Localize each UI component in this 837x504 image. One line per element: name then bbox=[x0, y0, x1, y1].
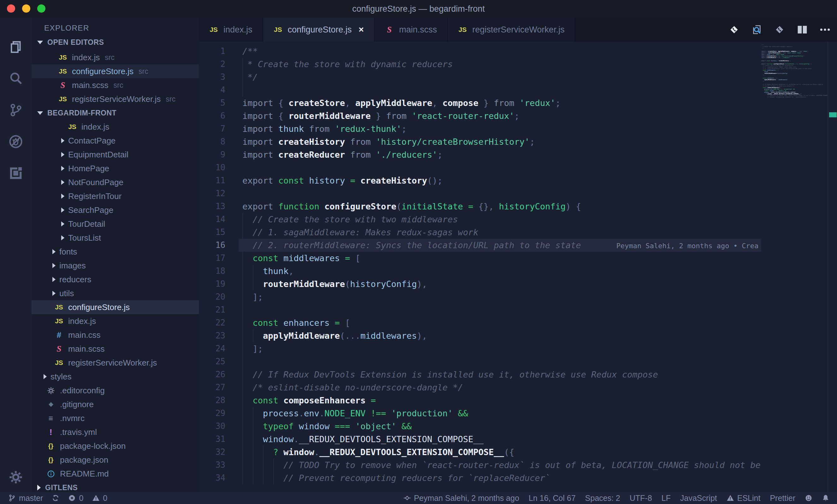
status-feedback[interactable] bbox=[805, 494, 813, 502]
folder-SearchPage[interactable]: SearchPage bbox=[32, 203, 199, 217]
tree-item-.gitignore[interactable]: .gitignore bbox=[32, 397, 199, 411]
tree-item-index.js[interactable]: JSindex.js bbox=[32, 120, 199, 134]
code-line[interactable]: // If Redux DevTools Extension is instal… bbox=[238, 368, 761, 381]
code-line[interactable]: import createHistory from 'history/creat… bbox=[238, 135, 761, 148]
activity-item-explorer[interactable] bbox=[0, 36, 32, 58]
code-line[interactable]: import thunk from 'redux-thunk'; bbox=[238, 123, 761, 135]
code-line[interactable]: typeof window === 'object' && bbox=[238, 420, 761, 433]
code-line[interactable]: // Prevent recomputing reducers for `rep… bbox=[238, 471, 761, 484]
code-line[interactable] bbox=[238, 161, 761, 174]
tree-item-.editorconfig[interactable]: .editorconfig bbox=[32, 384, 199, 397]
scrollbar-overview-ruler[interactable] bbox=[827, 42, 837, 492]
tree-item-index.js[interactable]: JSindex.js bbox=[32, 314, 199, 328]
tree-item-.travis.yml[interactable]: !.travis.yml bbox=[32, 425, 199, 439]
code-line[interactable]: /* eslint-disable no-underscore-dangle *… bbox=[238, 381, 761, 394]
folder-images[interactable]: images bbox=[32, 259, 199, 273]
activity-item-source-control[interactable] bbox=[0, 99, 32, 121]
code-line[interactable]: process.env.NODE_ENV !== 'production' && bbox=[238, 407, 761, 420]
code-line[interactable]: // Create the store with two middlewares bbox=[238, 213, 761, 226]
code-line[interactable] bbox=[238, 303, 761, 316]
tree-item-.nvmrc[interactable]: ≡.nvmrc bbox=[32, 411, 199, 425]
status-prettier[interactable]: Prettier bbox=[770, 493, 795, 503]
open-editor-index.js[interactable]: JSindex.jssrc bbox=[32, 51, 199, 64]
code-line[interactable]: /** bbox=[238, 45, 761, 58]
code-line[interactable]: window.__REDUX_DEVTOOLS_EXTENSION_COMPOS… bbox=[238, 433, 761, 446]
code-line[interactable]: // 1. sagaMiddleware: Makes redux-sagas … bbox=[238, 226, 761, 239]
status-warnings[interactable]: 0 bbox=[92, 493, 107, 503]
folder-ContactPage[interactable]: ContactPage bbox=[32, 134, 199, 148]
code-lines[interactable]: /** * Create the store with dynamic redu… bbox=[238, 45, 761, 484]
code-line[interactable] bbox=[238, 355, 761, 368]
gitlens-file-blame-icon[interactable] bbox=[728, 24, 740, 35]
section-gitlens[interactable]: GITLENS bbox=[32, 481, 199, 492]
open-editor-registerServiceWorker.js[interactable]: JSregisterServiceWorker.jssrc bbox=[32, 92, 199, 106]
code-line[interactable]: routerMiddleware(historyConfig), bbox=[238, 278, 761, 291]
status-indentation[interactable]: Spaces: 2 bbox=[585, 493, 620, 503]
code-line[interactable]: // 2. routerMiddleware: Syncs the locati… bbox=[238, 239, 761, 252]
code-line[interactable]: export function configureStore(initialSt… bbox=[238, 200, 761, 213]
minimap[interactable]: /** * Create the store with dynamic redu… bbox=[760, 44, 827, 98]
tree-item-package-lock.json[interactable]: {}package-lock.json bbox=[32, 439, 199, 453]
folder-fonts[interactable]: fonts bbox=[32, 245, 199, 259]
close-tab-icon[interactable]: × bbox=[358, 24, 363, 35]
folder-HomePage[interactable]: HomePage bbox=[32, 162, 199, 175]
status-notifications[interactable] bbox=[822, 494, 830, 502]
tree-item-README.md[interactable]: README.md bbox=[32, 467, 199, 481]
search-commits-icon[interactable] bbox=[751, 24, 763, 35]
status-language-mode[interactable]: JavaScript bbox=[680, 493, 717, 503]
code-line[interactable] bbox=[238, 83, 761, 96]
status-errors[interactable]: 0 bbox=[68, 493, 83, 503]
status-gitlens-blame[interactable]: Peyman Salehi, 2 months ago bbox=[403, 493, 519, 503]
activity-item-debug[interactable] bbox=[0, 131, 32, 153]
code-line[interactable]: const middlewares = [ bbox=[238, 252, 761, 265]
tab-main.scss[interactable]: Smain.scss bbox=[375, 18, 448, 42]
status-eslint[interactable]: ESLint bbox=[727, 493, 761, 503]
status-eol[interactable]: LF bbox=[661, 493, 671, 503]
code-line[interactable]: // TODO Try to remove when `react-router… bbox=[238, 459, 761, 471]
code-editor[interactable]: 1234567891011121314151617181920212223242… bbox=[199, 42, 837, 492]
tab-index.js[interactable]: JSindex.js bbox=[199, 18, 263, 42]
tab-registerServiceWorker.js[interactable]: JSregisterServiceWorker.js bbox=[448, 18, 575, 42]
tree-item-main.css[interactable]: #main.css bbox=[32, 328, 199, 342]
folder-RegisterInTour[interactable]: RegisterInTour bbox=[32, 189, 199, 203]
folder-EquipmentDetail[interactable]: EquipmentDetail bbox=[32, 148, 199, 162]
code-line[interactable] bbox=[238, 187, 761, 200]
code-line[interactable]: ? window.__REDUX_DEVTOOLS_EXTENSION_COMP… bbox=[238, 446, 761, 459]
code-line[interactable]: thunk, bbox=[238, 265, 761, 278]
folder-utils[interactable]: utils bbox=[32, 286, 199, 300]
folder-NotFoundPage[interactable]: NotFoundPage bbox=[32, 175, 199, 189]
tree-item-main.scss[interactable]: Smain.scss bbox=[32, 342, 199, 356]
section-project[interactable]: BEGARDIM-FRONT bbox=[32, 106, 199, 120]
open-editor-main.scss[interactable]: Smain.scsssrc bbox=[32, 78, 199, 92]
code-line[interactable]: */ bbox=[238, 71, 761, 83]
tree-item-configureStore.js[interactable]: JSconfigureStore.js bbox=[32, 300, 199, 314]
code-line[interactable]: const enhancers = [ bbox=[238, 316, 761, 329]
activity-item-extensions[interactable] bbox=[0, 162, 32, 184]
code-line[interactable]: ]; bbox=[238, 291, 761, 303]
tree-item-package.json[interactable]: {}package.json bbox=[32, 453, 199, 467]
folder-TourDetail[interactable]: TourDetail bbox=[32, 217, 199, 231]
status-sync[interactable] bbox=[52, 494, 59, 502]
code-line[interactable]: ]; bbox=[238, 342, 761, 355]
code-line[interactable]: import { routerMiddleware } from 'react-… bbox=[238, 109, 761, 123]
open-editor-configureStore.js[interactable]: JSconfigureStore.jssrc bbox=[32, 64, 199, 78]
status-cursor-position[interactable]: Ln 16, Col 67 bbox=[529, 493, 576, 503]
section-open-editors[interactable]: OPEN EDITORS bbox=[32, 35, 199, 49]
status-encoding[interactable]: UTF-8 bbox=[630, 493, 652, 503]
code-line[interactable]: * Create the store with dynamic reducers bbox=[238, 58, 761, 71]
status-git-branch[interactable]: master bbox=[8, 493, 43, 503]
code-line[interactable]: export const history = createHistory(); bbox=[238, 174, 761, 187]
code-line[interactable]: import { createStore, applyMiddleware, c… bbox=[238, 96, 761, 109]
tree-item-registerServiceWorker.js[interactable]: JSregisterServiceWorker.js bbox=[32, 356, 199, 370]
folder-styles[interactable]: styles bbox=[32, 370, 199, 384]
more-actions-icon[interactable] bbox=[819, 24, 831, 35]
tab-configureStore.js[interactable]: JSconfigureStore.js× bbox=[263, 18, 375, 42]
code-line[interactable]: import createReducer from './reducers'; bbox=[238, 148, 761, 161]
code-line[interactable]: const composeEnhancers = bbox=[238, 394, 761, 407]
folder-reducers[interactable]: reducers bbox=[32, 273, 199, 286]
activity-item-search[interactable] bbox=[0, 68, 32, 90]
code-line[interactable]: applyMiddleware(...middlewares), bbox=[238, 329, 761, 342]
folder-ToursList[interactable]: ToursList bbox=[32, 231, 199, 245]
gitlens-icon[interactable] bbox=[774, 24, 785, 35]
split-editor-icon[interactable] bbox=[797, 24, 808, 35]
